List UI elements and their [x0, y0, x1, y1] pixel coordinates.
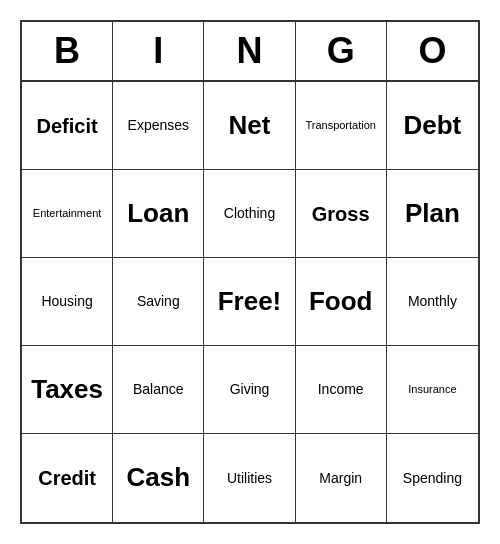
- bingo-cell-r3-c1[interactable]: Balance: [113, 346, 204, 434]
- cell-text: Gross: [312, 202, 370, 226]
- bingo-cell-r0-c2[interactable]: Net: [204, 82, 295, 170]
- cell-text: Free!: [218, 286, 282, 317]
- cell-text: Entertainment: [33, 207, 101, 220]
- bingo-cell-r3-c0[interactable]: Taxes: [22, 346, 113, 434]
- cell-text: Expenses: [128, 117, 189, 134]
- cell-text: Taxes: [31, 374, 103, 405]
- bingo-grid: DeficitExpensesNetTransportationDebtEnte…: [22, 82, 478, 522]
- bingo-cell-r3-c2[interactable]: Giving: [204, 346, 295, 434]
- bingo-cell-r1-c3[interactable]: Gross: [296, 170, 387, 258]
- bingo-card: BINGO DeficitExpensesNetTransportationDe…: [20, 20, 480, 524]
- bingo-cell-r2-c0[interactable]: Housing: [22, 258, 113, 346]
- bingo-cell-r4-c4[interactable]: Spending: [387, 434, 478, 522]
- cell-text: Utilities: [227, 470, 272, 487]
- bingo-cell-r2-c2[interactable]: Free!: [204, 258, 295, 346]
- bingo-cell-r0-c1[interactable]: Expenses: [113, 82, 204, 170]
- cell-text: Margin: [319, 470, 362, 487]
- header-letter: I: [113, 22, 204, 80]
- bingo-cell-r0-c3[interactable]: Transportation: [296, 82, 387, 170]
- bingo-cell-r4-c3[interactable]: Margin: [296, 434, 387, 522]
- bingo-cell-r2-c4[interactable]: Monthly: [387, 258, 478, 346]
- bingo-cell-r3-c3[interactable]: Income: [296, 346, 387, 434]
- cell-text: Monthly: [408, 293, 457, 310]
- cell-text: Food: [309, 286, 373, 317]
- header-letter: N: [204, 22, 295, 80]
- cell-text: Net: [229, 110, 271, 141]
- cell-text: Deficit: [37, 114, 98, 138]
- cell-text: Saving: [137, 293, 180, 310]
- bingo-header: BINGO: [22, 22, 478, 82]
- cell-text: Cash: [127, 462, 191, 493]
- bingo-cell-r1-c2[interactable]: Clothing: [204, 170, 295, 258]
- bingo-cell-r2-c3[interactable]: Food: [296, 258, 387, 346]
- bingo-cell-r4-c2[interactable]: Utilities: [204, 434, 295, 522]
- bingo-cell-r1-c0[interactable]: Entertainment: [22, 170, 113, 258]
- cell-text: Giving: [230, 381, 270, 398]
- cell-text: Credit: [38, 466, 96, 490]
- cell-text: Insurance: [408, 383, 456, 396]
- bingo-cell-r4-c0[interactable]: Credit: [22, 434, 113, 522]
- bingo-cell-r4-c1[interactable]: Cash: [113, 434, 204, 522]
- cell-text: Transportation: [305, 119, 376, 132]
- bingo-cell-r3-c4[interactable]: Insurance: [387, 346, 478, 434]
- cell-text: Debt: [404, 110, 462, 141]
- bingo-cell-r1-c4[interactable]: Plan: [387, 170, 478, 258]
- header-letter: G: [296, 22, 387, 80]
- cell-text: Income: [318, 381, 364, 398]
- bingo-cell-r0-c0[interactable]: Deficit: [22, 82, 113, 170]
- cell-text: Clothing: [224, 205, 275, 222]
- bingo-cell-r0-c4[interactable]: Debt: [387, 82, 478, 170]
- header-letter: O: [387, 22, 478, 80]
- cell-text: Balance: [133, 381, 184, 398]
- cell-text: Plan: [405, 198, 460, 229]
- cell-text: Housing: [41, 293, 92, 310]
- header-letter: B: [22, 22, 113, 80]
- cell-text: Loan: [127, 198, 189, 229]
- cell-text: Spending: [403, 470, 462, 487]
- bingo-cell-r1-c1[interactable]: Loan: [113, 170, 204, 258]
- bingo-cell-r2-c1[interactable]: Saving: [113, 258, 204, 346]
